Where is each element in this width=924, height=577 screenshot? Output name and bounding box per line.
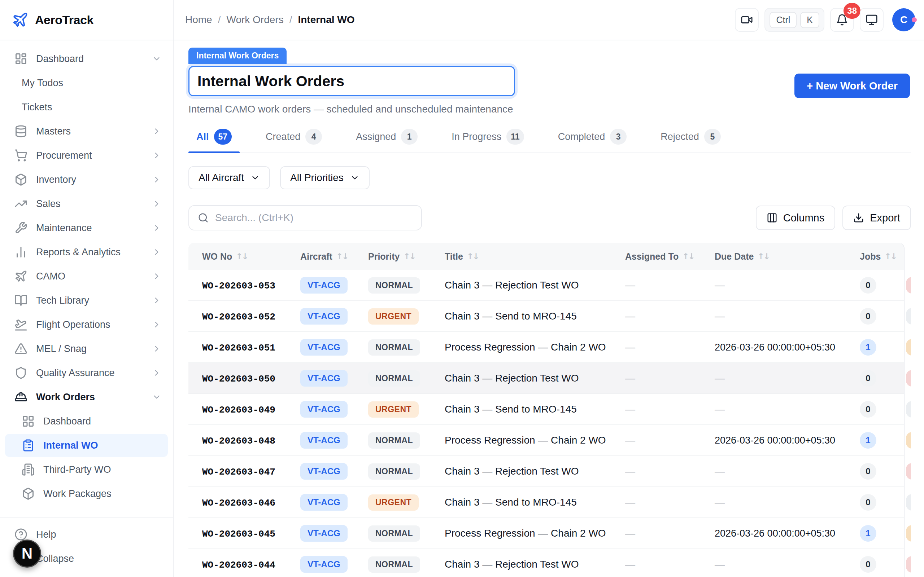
column-header-jobs[interactable]: Jobs↑↓	[846, 251, 904, 262]
brand[interactable]: AeroTrack	[0, 0, 173, 40]
sidebar-item-dashboard[interactable]: Dashboard	[5, 47, 168, 70]
table-header-row: WO No↑↓Aircraft↑↓Priority↑↓Title↑↓Assign…	[188, 243, 904, 270]
column-header-label: Assigned To	[625, 251, 678, 262]
filter-label: All Priorities	[290, 172, 344, 184]
status-badge-clipped	[906, 432, 911, 449]
display-button[interactable]	[860, 8, 884, 32]
breadcrumb-home[interactable]: Home	[185, 14, 212, 26]
table-row[interactable]: WO-202603-050VT-ACGNORMALChain 3 — Rejec…	[188, 363, 904, 394]
cell-priority: URGENT	[354, 308, 431, 324]
tab-in-progress[interactable]: In Progress11	[444, 127, 531, 153]
cell-jobs: 0	[846, 401, 904, 417]
sidebar-item-label: Procurement	[36, 150, 143, 161]
bar-chart-icon	[15, 246, 27, 259]
sidebar-item-maintenance[interactable]: Maintenance	[5, 216, 168, 239]
column-header-priority[interactable]: Priority↑↓	[354, 251, 431, 262]
due-date-value: 2026-03-26 00:00:00+05:30	[715, 528, 835, 539]
wo-number: WO-202603-045	[202, 529, 275, 540]
new-work-order-button[interactable]: + New Work Order	[795, 74, 910, 98]
filter-all-priorities[interactable]: All Priorities	[280, 166, 370, 189]
column-header-assigned-to[interactable]: Assigned To↑↓	[611, 251, 701, 262]
table-row[interactable]: WO-202603-044VT-ACGNORMALChain 3 — Rejec…	[188, 549, 904, 577]
tab-assigned[interactable]: Assigned1	[348, 127, 426, 153]
cell-aircraft: VT-ACG	[287, 370, 354, 387]
sidebar-item-label: Tickets	[22, 102, 162, 113]
sidebar-item-flight-operations[interactable]: Flight Operations	[5, 313, 168, 336]
assigned-to-value: —	[625, 496, 635, 508]
status-badge-clipped	[906, 556, 911, 573]
search-input[interactable]	[215, 212, 412, 224]
sort-icon: ↑↓	[757, 252, 769, 261]
priority-badge: NORMAL	[368, 339, 420, 356]
table-row[interactable]: WO-202603-051VT-ACGNORMALProcess Regress…	[188, 332, 904, 363]
sidebar-item-reports-analytics[interactable]: Reports & Analytics	[5, 240, 168, 264]
search-box[interactable]	[188, 205, 422, 230]
command-palette-shortcut[interactable]: Ctrl K	[764, 8, 824, 32]
column-header-wo-no[interactable]: WO No↑↓	[188, 251, 287, 262]
assigned-to-value: —	[625, 342, 635, 353]
tab-completed[interactable]: Completed3	[550, 127, 635, 153]
notifications-button[interactable]: 38	[830, 8, 854, 32]
table-row[interactable]: WO-202603-048VT-ACGNORMALProcess Regress…	[188, 425, 904, 456]
page-subtitle: Internal CAMO work orders — scheduled an…	[188, 103, 911, 115]
tab-created[interactable]: Created4	[258, 127, 330, 153]
video-button[interactable]	[735, 8, 759, 32]
layout-dashboard-icon	[15, 52, 27, 65]
cell-jobs: 0	[846, 277, 904, 293]
sidebar-item-label: Dashboard	[43, 416, 162, 427]
cell-wo-no: WO-202603-047	[188, 466, 287, 477]
sidebar-item-quality-assurance[interactable]: Quality Assurance	[5, 361, 168, 384]
cell-priority: NORMAL	[354, 556, 431, 573]
cell-title: Process Regression — Chain 2 WO	[431, 435, 611, 446]
sidebar-item-sales[interactable]: Sales	[5, 192, 168, 215]
filter-label: All Aircraft	[199, 172, 244, 184]
column-header-title[interactable]: Title↑↓	[431, 251, 611, 262]
column-header-aircraft[interactable]: Aircraft↑↓	[287, 251, 354, 262]
topbar: Home / Work Orders / Internal WO Ctrl K …	[174, 0, 924, 40]
export-button[interactable]: Export	[842, 206, 911, 230]
tab-all[interactable]: All57	[188, 127, 240, 153]
table-toolbar: Columns Export	[188, 205, 911, 230]
search-icon	[198, 213, 208, 223]
tab-count-badge: 4	[305, 129, 322, 145]
sidebar-item-work-orders[interactable]: Work Orders	[5, 385, 168, 409]
sidebar-item-label: Flight Operations	[36, 319, 143, 330]
columns-button[interactable]: Columns	[756, 206, 835, 230]
sidebar-item-camo[interactable]: CAMO	[5, 265, 168, 288]
export-button-label: Export	[870, 212, 900, 224]
cell-due-date: 2026-03-26 00:00:00+05:30	[701, 528, 846, 539]
sidebar-item-inventory[interactable]: Inventory	[5, 168, 168, 191]
sidebar-item-dashboard[interactable]: Dashboard	[5, 410, 168, 433]
due-date-value: 2026-03-26 00:00:00+05:30	[715, 342, 835, 353]
sidebar-item-masters[interactable]: Masters	[5, 120, 168, 143]
table-row[interactable]: WO-202603-052VT-ACGURGENTChain 3 — Send …	[188, 301, 904, 332]
tab-label: Created	[266, 131, 300, 142]
jobs-count-badge: 0	[860, 494, 876, 511]
table-row[interactable]: WO-202603-046VT-ACGURGENTChain 3 — Send …	[188, 487, 904, 518]
nextjs-dev-badge[interactable]: N	[13, 540, 41, 567]
sidebar-item-tickets[interactable]: Tickets	[5, 95, 168, 119]
page-title-input[interactable]	[188, 66, 515, 96]
column-header-due-date[interactable]: Due Date↑↓	[701, 251, 846, 262]
avatar[interactable]: C	[892, 8, 915, 31]
cell-jobs: 0	[846, 556, 904, 573]
sidebar-item-work-packages[interactable]: Work Packages	[5, 482, 168, 505]
sidebar-item-procurement[interactable]: Procurement	[5, 144, 168, 167]
table-row[interactable]: WO-202603-047VT-ACGNORMALChain 3 — Rejec…	[188, 456, 904, 487]
sidebar-item-third-party-wo[interactable]: Third-Party WO	[5, 458, 168, 481]
wo-title: Chain 3 — Send to MRO-145	[445, 403, 577, 415]
table-row[interactable]: WO-202603-045VT-ACGNORMALProcess Regress…	[188, 518, 904, 549]
wo-number: WO-202603-050	[202, 374, 275, 384]
breadcrumb-work-orders[interactable]: Work Orders	[226, 14, 283, 26]
priority-badge: NORMAL	[368, 463, 420, 480]
sidebar-item-tech-library[interactable]: Tech Library	[5, 289, 168, 312]
sidebar-item-my-todos[interactable]: My Todos	[5, 71, 168, 95]
sidebar-item-internal-wo[interactable]: Internal WO	[5, 434, 168, 457]
cell-title: Process Regression — Chain 2 WO	[431, 342, 611, 353]
dev-badge-letter: N	[22, 545, 32, 562]
sidebar-item-mel-snag[interactable]: MEL / Snag	[5, 337, 168, 360]
filter-all-aircraft[interactable]: All Aircraft	[188, 166, 270, 189]
table-row[interactable]: WO-202603-053VT-ACGNORMALChain 3 — Rejec…	[188, 270, 904, 301]
tab-rejected[interactable]: Rejected5	[653, 127, 729, 153]
table-row[interactable]: WO-202603-049VT-ACGURGENTChain 3 — Send …	[188, 394, 904, 425]
